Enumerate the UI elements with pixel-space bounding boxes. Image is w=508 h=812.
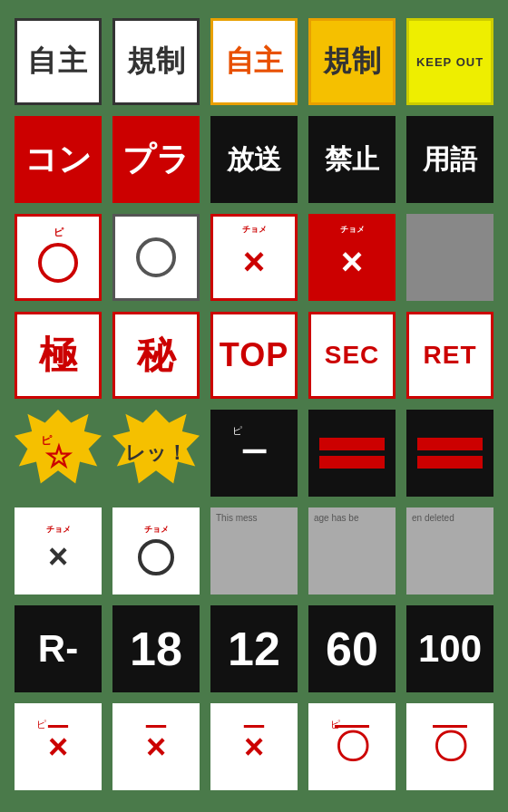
msg3-text: en deleted	[412, 513, 454, 523]
circle-shape	[38, 243, 78, 283]
cell-bar-black[interactable]	[406, 410, 493, 497]
cell-bar-red[interactable]	[308, 410, 396, 497]
cell-pi-circle-red[interactable]: ピ	[15, 214, 102, 301]
jishu-orange-label: 自主	[225, 42, 283, 82]
pi-burst-label: ピ ☆	[44, 439, 72, 475]
r18-label: R-	[38, 627, 78, 671]
housou-label: 放送	[227, 141, 281, 179]
n60-label: 60	[326, 622, 378, 676]
cell-pi-burst[interactable]: ピ ☆	[15, 410, 102, 497]
goku-label: 極	[39, 330, 77, 381]
cell-msg2[interactable]: age has be	[308, 508, 396, 594]
cell-pi-black[interactable]: ピ ー	[210, 410, 298, 497]
n12-label: 12	[228, 622, 280, 676]
cell-chome-ring[interactable]: チョメ	[112, 508, 200, 594]
cell-jishu-orange[interactable]: 自主	[210, 18, 298, 105]
cell-r18[interactable]: R-	[15, 605, 102, 692]
x-plain2-label: ×	[244, 728, 264, 767]
kinshi-label: 禁止	[325, 141, 379, 179]
o-plain1-label: 〇	[433, 724, 467, 770]
keep-out-label: KEEP OUT	[416, 55, 484, 69]
x-mark-red: ×	[341, 240, 364, 284]
cell-jishu-outline[interactable]: 自主	[15, 18, 102, 105]
bar-shape-black	[417, 438, 483, 450]
ring-shape	[138, 539, 174, 575]
cell-n12[interactable]: 12	[210, 605, 298, 692]
cell-con[interactable]: コン	[15, 116, 102, 203]
cell-chome-x-small[interactable]: チョメ ×	[15, 508, 102, 594]
n100-label: 100	[418, 627, 482, 671]
cell-housou[interactable]: 放送	[210, 116, 298, 203]
bar-shape-black2	[417, 456, 483, 469]
cell-chome-x-red[interactable]: チョメ ×	[308, 214, 396, 301]
cell-pi-x1[interactable]: ピ ×	[15, 703, 102, 790]
x-mark-outline: ×	[243, 240, 266, 284]
jishu-label: 自主	[27, 42, 89, 82]
cell-kisei-outline[interactable]: 規制	[112, 18, 200, 105]
cell-hi[interactable]: 秘	[112, 312, 200, 399]
x-sm-mark: ×	[48, 537, 68, 576]
chome-label-outline: チョメ	[242, 224, 267, 236]
cell-gray-square[interactable]	[406, 214, 493, 301]
msg1-text: This mess	[216, 513, 258, 523]
top-label: TOP	[220, 336, 288, 374]
cell-pura[interactable]: プラ	[112, 116, 200, 203]
cell-chome-x-outline[interactable]: チョメ ×	[210, 214, 298, 301]
cell-top[interactable]: TOP	[210, 312, 298, 399]
chome-label-red: チョメ	[340, 224, 365, 236]
cell-msg1[interactable]: This mess	[210, 508, 298, 594]
emoji-grid: 自主 規制 自主 規制 KEEP OUT コン プラ 放送 禁止 用語 ピ チョ…	[15, 18, 493, 790]
x-r1: ×	[48, 728, 68, 767]
chome-sm-label: チョメ	[46, 524, 71, 536]
circle-shape-plain	[136, 237, 176, 277]
pi-superscript: ピ	[54, 226, 64, 239]
cell-o-plain1[interactable]: 〇	[406, 703, 493, 790]
n18-label: 18	[130, 622, 182, 676]
cell-x-plain2[interactable]: ×	[210, 703, 298, 790]
cell-ret[interactable]: RET	[406, 312, 493, 399]
cell-n60[interactable]: 60	[308, 605, 396, 692]
cell-n18[interactable]: 18	[112, 605, 200, 692]
chome-sm2-label: チョメ	[144, 524, 169, 536]
pura-label: プラ	[122, 138, 190, 182]
cell-ret-burst[interactable]: レッ！	[112, 410, 200, 497]
bar-shape-red2	[319, 456, 385, 469]
pi-sup-r1: ピ	[36, 718, 46, 731]
cell-msg3[interactable]: en deleted	[406, 508, 493, 594]
cell-sec[interactable]: SEC	[308, 312, 396, 399]
pi-text-black: ー	[240, 435, 268, 472]
cell-n100[interactable]: 100	[406, 605, 493, 692]
con-label: コン	[24, 138, 92, 182]
cell-x-plain1[interactable]: ×	[112, 703, 200, 790]
x-plain1-label: ×	[146, 728, 166, 767]
cell-circle-plain[interactable]	[112, 214, 200, 301]
sec-label: SEC	[325, 341, 380, 370]
cell-pi-o1[interactable]: ピ 〇	[308, 703, 396, 790]
cell-kisei-orange[interactable]: 規制	[308, 18, 396, 105]
pi-sup-black: ピ	[232, 424, 242, 438]
cell-yougo[interactable]: 用語	[406, 116, 493, 203]
ret-label: RET	[424, 341, 477, 370]
cell-kinshi[interactable]: 禁止	[308, 116, 396, 203]
cell-keep-out[interactable]: KEEP OUT	[406, 18, 493, 105]
msg2-text: age has be	[314, 513, 359, 523]
yougo-label: 用語	[423, 141, 477, 179]
cell-goku[interactable]: 極	[15, 312, 102, 399]
bar-shape-red	[319, 438, 385, 450]
ret-burst-label: レッ！	[125, 440, 187, 467]
kisei-label: 規制	[127, 42, 185, 82]
kisei-orange-label: 規制	[323, 42, 381, 82]
pi-sup-r2: ピ	[330, 718, 340, 731]
hi-label: 秘	[137, 330, 175, 381]
